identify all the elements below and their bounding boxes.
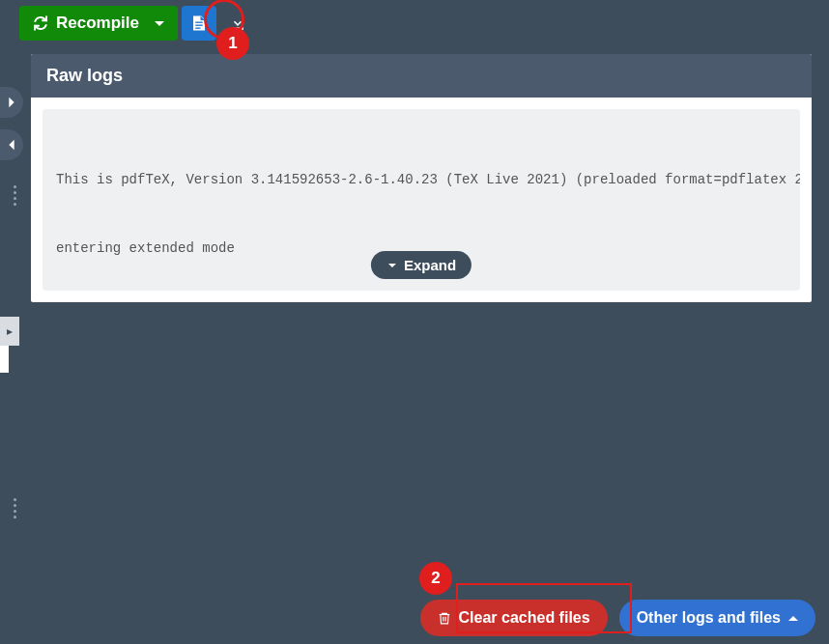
recompile-label: Recompile xyxy=(56,14,139,33)
chevron-right-icon: ▸ xyxy=(7,324,13,338)
other-logs-label: Other logs and files xyxy=(637,609,781,627)
expand-button[interactable]: Expand xyxy=(371,251,472,279)
raw-logs-panel: Raw logs This is pdfTeX, Version 3.14159… xyxy=(31,54,812,302)
collapse-panel-button[interactable]: ▸ xyxy=(0,317,19,346)
annotation-number: 2 xyxy=(431,569,440,588)
other-logs-button[interactable]: Other logs and files xyxy=(619,600,815,636)
annotation-badge-2: 2 xyxy=(419,562,452,595)
recompile-button[interactable]: Recompile xyxy=(19,6,178,41)
arrow-right-icon xyxy=(4,95,19,110)
caret-down-icon xyxy=(155,21,164,26)
document-icon xyxy=(190,14,208,33)
chevron-down-icon xyxy=(386,260,398,271)
svg-rect-0 xyxy=(195,22,203,23)
download-icon xyxy=(229,14,246,32)
svg-rect-1 xyxy=(195,25,203,26)
logs-toggle-button[interactable] xyxy=(182,6,216,41)
svg-rect-2 xyxy=(195,28,200,29)
expand-label: Expand xyxy=(404,257,456,273)
panel-title: Raw logs xyxy=(31,54,812,98)
clear-cache-button[interactable]: Clear cached files xyxy=(420,600,608,636)
download-button[interactable] xyxy=(220,6,255,41)
log-wrapper: This is pdfTeX, Version 3.141592653-2.6-… xyxy=(31,98,812,302)
panel-resizer[interactable] xyxy=(0,346,9,373)
refresh-icon xyxy=(33,15,48,31)
caret-up-icon xyxy=(788,616,798,621)
footer-actions: Clear cached files Other logs and files xyxy=(420,600,815,636)
log-line: This is pdfTeX, Version 3.141592653-2.6-… xyxy=(56,169,786,192)
svg-rect-3 xyxy=(232,28,243,30)
clear-cache-label: Clear cached files xyxy=(459,609,590,627)
drag-handle-bottom[interactable] xyxy=(14,498,16,518)
toolbar: Recompile xyxy=(0,0,829,46)
sync-backward-button[interactable] xyxy=(0,129,23,160)
trash-icon xyxy=(438,610,451,626)
arrow-left-icon xyxy=(4,137,19,153)
drag-handle-top[interactable] xyxy=(14,185,16,206)
sync-forward-button[interactable] xyxy=(0,87,23,118)
